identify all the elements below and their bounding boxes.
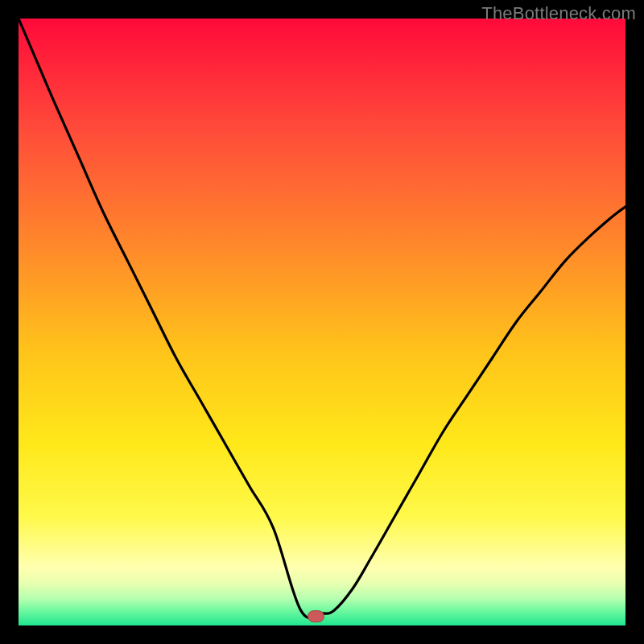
min-marker <box>308 611 324 622</box>
gradient-background <box>19 19 625 625</box>
chart-container: TheBottleneck.com <box>0 0 644 644</box>
watermark-text: TheBottleneck.com <box>481 3 636 24</box>
plot-area <box>19 19 625 625</box>
plot-svg <box>19 19 625 625</box>
